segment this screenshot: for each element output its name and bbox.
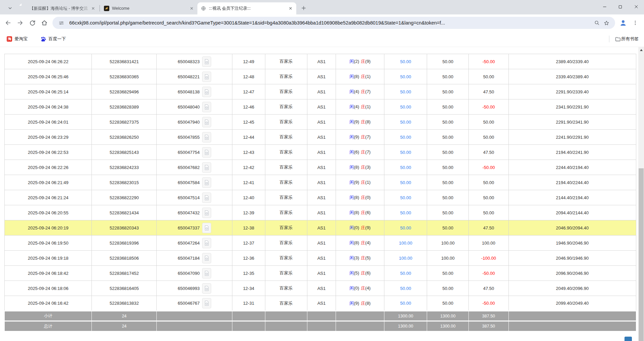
video-replay-button[interactable] <box>202 268 211 279</box>
bet-amount-link[interactable]: 50.00 <box>400 210 411 215</box>
site-settings-icon[interactable] <box>56 18 66 28</box>
tab-search-button[interactable] <box>5 3 15 13</box>
video-replay-button[interactable] <box>202 56 211 67</box>
table-row[interactable]: 2025-09-24 06:19:18 522836818506 6500471… <box>5 251 636 266</box>
cell-balance: 2241.90/2291.90 <box>508 130 636 145</box>
video-replay-button[interactable] <box>202 147 211 158</box>
home-button[interactable] <box>38 17 50 29</box>
bet-amount-link[interactable]: 50.00 <box>400 165 411 170</box>
back-to-top-button[interactable] <box>624 337 632 341</box>
table-row[interactable]: 2025-09-24 06:24:38 522836828389 6500480… <box>5 99 636 115</box>
page-scrollbar[interactable] <box>638 47 644 341</box>
bet-amount-link[interactable]: 50.00 <box>400 89 411 94</box>
forward-button[interactable] <box>14 17 26 29</box>
table-row[interactable]: 2025-09-24 06:21:24 522836822290 6500475… <box>5 190 636 205</box>
table-row[interactable]: 2025-09-24 06:16:42 522836813832 6500467… <box>5 296 636 311</box>
video-replay-button[interactable] <box>202 193 211 203</box>
bookmark-baidu[interactable]: 百度一下 <box>39 34 67 44</box>
bet-amount-link[interactable]: 50.00 <box>400 271 411 276</box>
table-row[interactable]: 2025-09-24 06:20:19 522836820343 6500473… <box>5 220 636 236</box>
cell-time: 2025-09-24 06:18:42 <box>5 266 92 281</box>
bet-amount-link[interactable]: 50.00 <box>400 225 411 230</box>
menu-button[interactable] <box>629 17 641 29</box>
bet-amount-link[interactable]: 100.00 <box>399 241 412 246</box>
video-replay-button[interactable] <box>202 208 211 218</box>
table-row[interactable]: 2025-09-24 06:26:22 522836831421 6500483… <box>5 54 636 69</box>
close-icon[interactable] <box>189 5 195 11</box>
table-row[interactable]: 2025-09-24 06:20:55 522836821434 6500474… <box>5 205 636 220</box>
bet-amount-link[interactable]: 50.00 <box>400 74 411 79</box>
tab-bet-records[interactable]: :::视讯 会员下注纪录::: <box>197 2 296 14</box>
close-icon[interactable] <box>90 5 96 11</box>
window-controls <box>597 0 644 13</box>
cell-bet-number: 522836828389 <box>92 99 157 115</box>
bookmark-taobao[interactable]: 淘 爱淘宝 <box>5 34 29 44</box>
cell-bet-number: 522836829496 <box>92 84 157 99</box>
url-text[interactable]: 66cxkj98.com/ipl/portal.php/game/betreco… <box>69 20 592 26</box>
table-row[interactable]: 2025-09-24 06:25:14 522836829496 6500481… <box>5 84 636 99</box>
bookmark-star-icon[interactable] <box>602 18 611 28</box>
table-row[interactable]: 2025-09-24 06:18:06 522836816405 6500469… <box>5 281 636 296</box>
table-row[interactable]: 2025-09-24 06:22:53 522836825143 6500477… <box>5 145 636 160</box>
video-replay-button[interactable] <box>202 223 211 233</box>
table-row[interactable]: 2025-09-24 06:24:01 522836827375 6500479… <box>5 115 636 130</box>
cell-valid-amount: 50.00 <box>427 130 469 145</box>
cell-table-name: AS1 <box>307 84 336 99</box>
bet-amount-link[interactable]: 100.00 <box>399 256 412 261</box>
cell-bet-number: 522836825143 <box>92 145 157 160</box>
scroll-up-button[interactable] <box>638 47 644 53</box>
bet-amount-link[interactable]: 50.00 <box>400 135 411 140</box>
bet-amount-link[interactable]: 50.00 <box>400 104 411 110</box>
video-replay-button[interactable] <box>202 117 211 127</box>
table-row[interactable]: 2025-09-24 06:18:42 522836817452 6500470… <box>5 266 636 281</box>
tab-welcome[interactable]: Welcome <box>101 2 197 14</box>
bookmarks-separator <box>609 36 609 42</box>
table-row[interactable]: 2025-09-24 06:23:29 522836826250 6500478… <box>5 130 636 145</box>
reload-button[interactable] <box>26 17 38 29</box>
bet-amount-link[interactable]: 50.00 <box>400 59 411 64</box>
back-button[interactable] <box>2 17 14 29</box>
bet-amount-link[interactable]: 50.00 <box>400 195 411 200</box>
zoom-icon[interactable] <box>592 18 602 28</box>
maximize-button[interactable] <box>612 0 628 13</box>
video-replay-button[interactable] <box>202 177 211 188</box>
video-replay-button[interactable] <box>202 283 211 294</box>
cell-valid-amount: 50.00 <box>427 54 469 69</box>
tab-title: :::视讯 会员下注纪录::: <box>209 6 288 11</box>
bet-amount-link[interactable]: 50.00 <box>400 286 411 291</box>
video-replay-button[interactable] <box>202 87 211 97</box>
close-window-button[interactable] <box>628 0 644 13</box>
tab-forum[interactable]: 【新提醒】海燕论坛 - 博学交流 <box>18 2 99 14</box>
minimize-button[interactable] <box>597 0 612 13</box>
video-replay-button[interactable] <box>202 72 211 82</box>
cell-table-name: AS1 <box>307 205 336 220</box>
close-icon[interactable] <box>288 5 294 11</box>
table-row[interactable]: 2025-09-24 06:25:46 522836830365 6500482… <box>5 69 636 84</box>
bet-amount-link[interactable]: 50.00 <box>400 301 411 306</box>
video-replay-button[interactable] <box>202 298 211 308</box>
new-tab-button[interactable] <box>299 3 308 13</box>
round-number-text: 650048040 <box>178 104 200 110</box>
cell-balance: 2046.90/2094.40 <box>508 220 636 236</box>
table-row[interactable]: 2025-09-24 06:19:50 522836819396 6500472… <box>5 236 636 251</box>
cell-bet-amount: 50.00 <box>384 281 427 296</box>
profile-button[interactable] <box>617 17 629 29</box>
video-replay-button[interactable] <box>202 162 211 173</box>
address-bar[interactable]: 66cxkj98.com/ipl/portal.php/game/betreco… <box>52 17 615 29</box>
scrollbar-thumb[interactable] <box>639 168 644 341</box>
all-bookmarks[interactable]: 所有书签 <box>609 36 639 42</box>
video-replay-button[interactable] <box>202 132 211 142</box>
cell-win-loss: 50.00 <box>469 205 508 220</box>
table-row[interactable]: 2025-09-24 06:21:49 522836823015 6500475… <box>5 175 636 190</box>
bet-amount-link[interactable]: 50.00 <box>400 120 411 125</box>
table-row[interactable]: 2025-09-24 06:22:26 522836824233 6500476… <box>5 160 636 175</box>
video-replay-button[interactable] <box>202 253 211 263</box>
cell-balance: 2339.40/2389.40 <box>508 69 636 84</box>
video-icon <box>204 119 209 125</box>
bet-amount-link[interactable]: 50.00 <box>400 150 411 155</box>
video-replay-button[interactable] <box>202 102 211 112</box>
cell-time: 2025-09-24 06:25:14 <box>5 84 92 99</box>
bet-amount-link[interactable]: 50.00 <box>400 180 411 185</box>
video-replay-button[interactable] <box>202 238 211 248</box>
cell-bet-number: 522836831421 <box>92 54 157 69</box>
